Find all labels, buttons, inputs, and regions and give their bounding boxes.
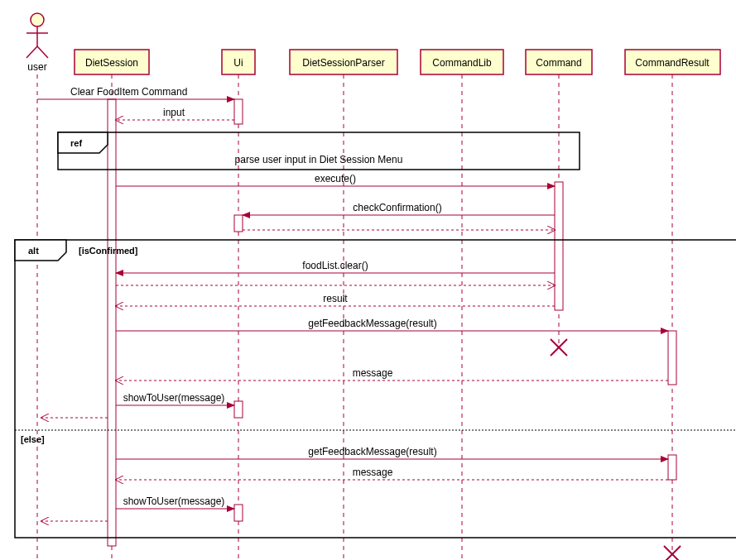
svg-text:showToUser(message): showToUser(message) bbox=[123, 392, 225, 404]
svg-text:CommandLib: CommandLib bbox=[432, 57, 492, 69]
actor-user: user bbox=[26, 13, 48, 73]
svg-text:[isConfirmed]: [isConfirmed] bbox=[79, 246, 138, 256]
activation-result-2 bbox=[668, 455, 676, 480]
svg-text:CommandResult: CommandResult bbox=[635, 57, 710, 69]
svg-text:Clear FoodItem Command: Clear FoodItem Command bbox=[70, 86, 187, 98]
svg-point-0 bbox=[31, 13, 44, 26]
svg-text:parse user input in Diet Sessi: parse user input in Diet Session Menu bbox=[235, 154, 403, 165]
activation-result-1 bbox=[668, 331, 676, 385]
activation-ui-3 bbox=[234, 401, 243, 418]
participant-commandresult: CommandResult bbox=[625, 50, 720, 74]
svg-text:input: input bbox=[163, 107, 185, 118]
svg-text:DietSessionParser: DietSessionParser bbox=[302, 57, 384, 69]
svg-text:ref: ref bbox=[70, 138, 82, 148]
svg-text:[else]: [else] bbox=[21, 434, 45, 444]
activation-ui-4 bbox=[234, 505, 243, 521]
svg-text:showToUser(message): showToUser(message) bbox=[123, 495, 225, 507]
activation-ui-2 bbox=[234, 215, 243, 232]
ref-pentagon bbox=[58, 132, 108, 153]
participant-commandlib: CommandLib bbox=[421, 50, 503, 74]
actor-label: user bbox=[27, 61, 46, 73]
svg-text:alt: alt bbox=[28, 246, 39, 256]
svg-text:getFeedbackMessage(result): getFeedbackMessage(result) bbox=[308, 446, 436, 457]
svg-line-4 bbox=[37, 46, 48, 58]
sequence-diagram: user DietSession Ui DietSessionParser Co… bbox=[8, 8, 736, 560]
svg-text:result: result bbox=[323, 293, 348, 304]
svg-text:checkConfirmation(): checkConfirmation() bbox=[353, 202, 441, 213]
activation-ui-1 bbox=[234, 99, 243, 124]
svg-text:foodList.clear(): foodList.clear() bbox=[302, 260, 368, 271]
participant-dietsessionparser: DietSessionParser bbox=[290, 50, 397, 74]
svg-text:Ui: Ui bbox=[233, 57, 243, 69]
svg-text:getFeedbackMessage(result): getFeedbackMessage(result) bbox=[308, 318, 436, 329]
alt-pentagon bbox=[15, 240, 66, 261]
participant-command: Command bbox=[526, 50, 592, 74]
participant-ui: Ui bbox=[222, 50, 255, 74]
activation-dietsession bbox=[108, 99, 116, 546]
svg-text:execute(): execute() bbox=[315, 173, 356, 184]
svg-text:message: message bbox=[353, 367, 393, 379]
svg-text:DietSession: DietSession bbox=[85, 57, 138, 69]
participant-dietsession: DietSession bbox=[75, 50, 149, 74]
svg-line-3 bbox=[26, 46, 37, 58]
svg-text:Command: Command bbox=[536, 57, 581, 69]
activation-command bbox=[555, 182, 563, 310]
alt-frame bbox=[15, 240, 736, 538]
svg-text:message: message bbox=[353, 467, 393, 478]
